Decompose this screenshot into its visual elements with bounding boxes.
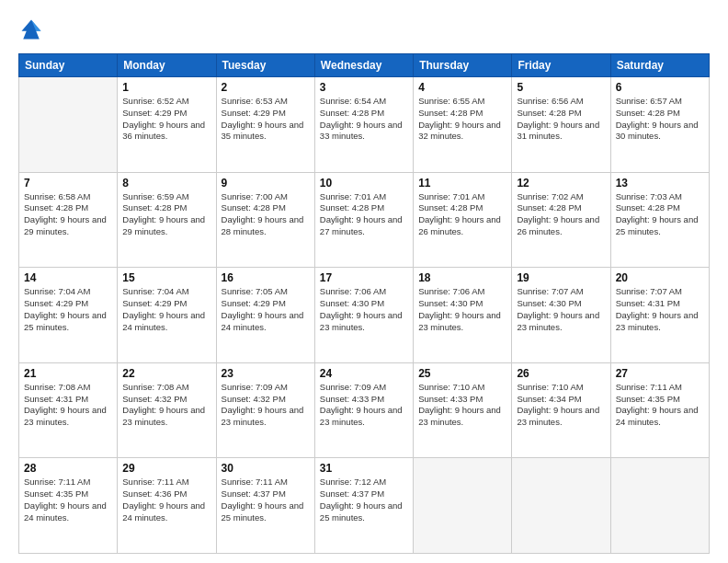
calendar-cell: 15 Sunrise: 7:04 AMSunset: 4:29 PMDaylig… bbox=[118, 268, 216, 363]
calendar-cell: 13 Sunrise: 7:03 AMSunset: 4:28 PMDaylig… bbox=[610, 172, 709, 268]
day-number: 1 bbox=[122, 81, 210, 94]
calendar-cell bbox=[414, 458, 512, 554]
day-info: Sunrise: 6:54 AMSunset: 4:28 PMDaylight:… bbox=[320, 96, 403, 141]
day-number: 12 bbox=[517, 177, 605, 190]
calendar-cell: 30 Sunrise: 7:11 AMSunset: 4:37 PMDaylig… bbox=[216, 458, 314, 554]
calendar-table: SundayMondayTuesdayWednesdayThursdayFrid… bbox=[18, 53, 710, 554]
calendar-cell: 28 Sunrise: 7:11 AMSunset: 4:35 PMDaylig… bbox=[19, 458, 118, 554]
day-number: 6 bbox=[616, 81, 704, 94]
day-number: 20 bbox=[616, 271, 704, 284]
calendar-week-row: 21 Sunrise: 7:08 AMSunset: 4:31 PMDaylig… bbox=[19, 362, 710, 458]
day-info: Sunrise: 7:05 AMSunset: 4:29 PMDaylight:… bbox=[222, 286, 304, 331]
day-info: Sunrise: 7:04 AMSunset: 4:29 PMDaylight:… bbox=[24, 286, 107, 331]
calendar-cell: 5 Sunrise: 6:56 AMSunset: 4:28 PMDayligh… bbox=[512, 77, 610, 173]
calendar-cell: 1 Sunrise: 6:52 AMSunset: 4:29 PMDayligh… bbox=[118, 77, 216, 173]
calendar-day-header: Monday bbox=[118, 54, 216, 77]
day-info: Sunrise: 7:09 AMSunset: 4:33 PMDaylight:… bbox=[320, 382, 403, 427]
calendar-cell: 10 Sunrise: 7:01 AMSunset: 4:28 PMDaylig… bbox=[314, 172, 413, 268]
day-number: 15 bbox=[122, 271, 210, 284]
day-info: Sunrise: 7:01 AMSunset: 4:28 PMDaylight:… bbox=[418, 191, 501, 236]
calendar-cell: 8 Sunrise: 6:59 AMSunset: 4:28 PMDayligh… bbox=[118, 172, 216, 268]
day-info: Sunrise: 6:53 AMSunset: 4:29 PMDaylight:… bbox=[222, 96, 304, 141]
day-info: Sunrise: 7:03 AMSunset: 4:28 PMDaylight:… bbox=[616, 191, 699, 236]
day-info: Sunrise: 7:12 AMSunset: 4:37 PMDaylight:… bbox=[320, 477, 403, 522]
calendar-day-header: Sunday bbox=[19, 54, 118, 77]
calendar-cell: 27 Sunrise: 7:11 AMSunset: 4:35 PMDaylig… bbox=[610, 362, 709, 458]
calendar-cell: 22 Sunrise: 7:08 AMSunset: 4:32 PMDaylig… bbox=[118, 362, 216, 458]
logo-icon bbox=[18, 17, 44, 42]
day-number: 11 bbox=[418, 177, 506, 190]
day-number: 2 bbox=[222, 81, 310, 94]
calendar-cell bbox=[610, 458, 709, 554]
day-info: Sunrise: 7:07 AMSunset: 4:30 PMDaylight:… bbox=[517, 286, 599, 331]
day-info: Sunrise: 7:11 AMSunset: 4:35 PMDaylight:… bbox=[616, 382, 699, 427]
calendar-day-header: Thursday bbox=[414, 54, 512, 77]
page: SundayMondayTuesdayWednesdayThursdayFrid… bbox=[0, 0, 728, 563]
day-info: Sunrise: 7:11 AMSunset: 4:37 PMDaylight:… bbox=[222, 477, 304, 522]
day-number: 8 bbox=[122, 177, 210, 190]
calendar-cell: 11 Sunrise: 7:01 AMSunset: 4:28 PMDaylig… bbox=[414, 172, 512, 268]
calendar-header-row: SundayMondayTuesdayWednesdayThursdayFrid… bbox=[19, 54, 710, 77]
calendar-week-row: 7 Sunrise: 6:58 AMSunset: 4:28 PMDayligh… bbox=[19, 172, 710, 268]
day-number: 24 bbox=[320, 367, 408, 380]
calendar-day-header: Friday bbox=[512, 54, 610, 77]
calendar-cell: 2 Sunrise: 6:53 AMSunset: 4:29 PMDayligh… bbox=[216, 77, 314, 173]
day-info: Sunrise: 7:10 AMSunset: 4:34 PMDaylight:… bbox=[517, 382, 599, 427]
day-number: 18 bbox=[418, 271, 506, 284]
day-info: Sunrise: 7:06 AMSunset: 4:30 PMDaylight:… bbox=[320, 286, 403, 331]
day-number: 31 bbox=[320, 462, 408, 475]
calendar-cell: 14 Sunrise: 7:04 AMSunset: 4:29 PMDaylig… bbox=[19, 268, 118, 363]
day-number: 17 bbox=[320, 271, 408, 284]
calendar-cell: 9 Sunrise: 7:00 AMSunset: 4:28 PMDayligh… bbox=[216, 172, 314, 268]
day-info: Sunrise: 7:04 AMSunset: 4:29 PMDaylight:… bbox=[122, 286, 205, 331]
calendar-week-row: 1 Sunrise: 6:52 AMSunset: 4:29 PMDayligh… bbox=[19, 77, 710, 173]
day-number: 27 bbox=[616, 367, 704, 380]
calendar-cell: 12 Sunrise: 7:02 AMSunset: 4:28 PMDaylig… bbox=[512, 172, 610, 268]
calendar-cell bbox=[19, 77, 118, 173]
day-info: Sunrise: 7:10 AMSunset: 4:33 PMDaylight:… bbox=[418, 382, 501, 427]
day-number: 4 bbox=[418, 81, 506, 94]
day-number: 3 bbox=[320, 81, 408, 94]
day-number: 26 bbox=[517, 367, 605, 380]
day-info: Sunrise: 7:06 AMSunset: 4:30 PMDaylight:… bbox=[418, 286, 501, 331]
calendar-cell bbox=[512, 458, 610, 554]
day-info: Sunrise: 7:00 AMSunset: 4:28 PMDaylight:… bbox=[222, 191, 304, 236]
calendar-cell: 7 Sunrise: 6:58 AMSunset: 4:28 PMDayligh… bbox=[19, 172, 118, 268]
day-info: Sunrise: 6:59 AMSunset: 4:28 PMDaylight:… bbox=[122, 191, 205, 236]
day-info: Sunrise: 7:08 AMSunset: 4:31 PMDaylight:… bbox=[24, 382, 107, 427]
day-number: 25 bbox=[418, 367, 506, 380]
day-info: Sunrise: 7:09 AMSunset: 4:32 PMDaylight:… bbox=[222, 382, 304, 427]
day-info: Sunrise: 7:11 AMSunset: 4:35 PMDaylight:… bbox=[24, 477, 107, 522]
calendar-cell: 24 Sunrise: 7:09 AMSunset: 4:33 PMDaylig… bbox=[314, 362, 413, 458]
day-number: 21 bbox=[24, 367, 112, 380]
day-number: 19 bbox=[517, 271, 605, 284]
calendar-cell: 29 Sunrise: 7:11 AMSunset: 4:36 PMDaylig… bbox=[118, 458, 216, 554]
day-number: 10 bbox=[320, 177, 408, 190]
calendar-cell: 23 Sunrise: 7:09 AMSunset: 4:32 PMDaylig… bbox=[216, 362, 314, 458]
day-number: 16 bbox=[222, 271, 310, 284]
day-number: 22 bbox=[122, 367, 210, 380]
calendar-day-header: Tuesday bbox=[216, 54, 314, 77]
calendar-cell: 20 Sunrise: 7:07 AMSunset: 4:31 PMDaylig… bbox=[610, 268, 709, 363]
day-info: Sunrise: 7:02 AMSunset: 4:28 PMDaylight:… bbox=[517, 191, 599, 236]
day-number: 23 bbox=[222, 367, 310, 380]
day-info: Sunrise: 6:58 AMSunset: 4:28 PMDaylight:… bbox=[24, 191, 107, 236]
day-number: 29 bbox=[122, 462, 210, 475]
day-info: Sunrise: 6:56 AMSunset: 4:28 PMDaylight:… bbox=[517, 96, 599, 141]
calendar-cell: 26 Sunrise: 7:10 AMSunset: 4:34 PMDaylig… bbox=[512, 362, 610, 458]
day-info: Sunrise: 7:11 AMSunset: 4:36 PMDaylight:… bbox=[122, 477, 205, 522]
calendar-week-row: 14 Sunrise: 7:04 AMSunset: 4:29 PMDaylig… bbox=[19, 268, 710, 363]
day-number: 5 bbox=[517, 81, 605, 94]
calendar-cell: 21 Sunrise: 7:08 AMSunset: 4:31 PMDaylig… bbox=[19, 362, 118, 458]
calendar-week-row: 28 Sunrise: 7:11 AMSunset: 4:35 PMDaylig… bbox=[19, 458, 710, 554]
day-number: 28 bbox=[24, 462, 112, 475]
day-info: Sunrise: 6:52 AMSunset: 4:29 PMDaylight:… bbox=[122, 96, 205, 141]
header bbox=[18, 17, 710, 42]
day-number: 30 bbox=[222, 462, 310, 475]
day-number: 9 bbox=[222, 177, 310, 190]
day-number: 13 bbox=[616, 177, 704, 190]
calendar-cell: 18 Sunrise: 7:06 AMSunset: 4:30 PMDaylig… bbox=[414, 268, 512, 363]
logo bbox=[18, 17, 48, 42]
calendar-cell: 31 Sunrise: 7:12 AMSunset: 4:37 PMDaylig… bbox=[314, 458, 413, 554]
calendar-cell: 19 Sunrise: 7:07 AMSunset: 4:30 PMDaylig… bbox=[512, 268, 610, 363]
